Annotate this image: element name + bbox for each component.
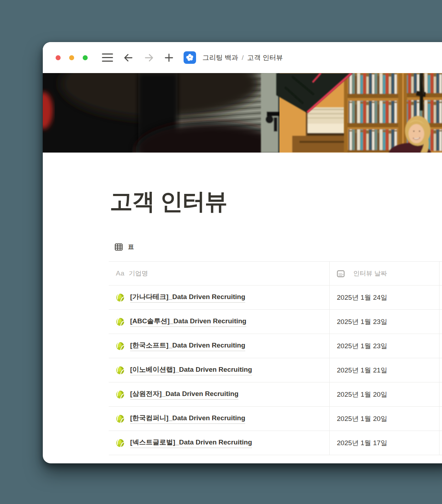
interview-date-cell[interactable]: 2025년 1월 20일 (330, 407, 440, 431)
interview-date-cell[interactable]: 2025년 1월 24일 (330, 286, 440, 309)
plus-icon (164, 53, 174, 62)
view-tab-table[interactable]: 표 (115, 243, 134, 251)
breadcrumb: 그리팅 백과 / 고객 인터뷰 (202, 53, 283, 62)
breadcrumb-current[interactable]: 고객 인터뷰 (247, 53, 283, 62)
cover-photo-illustration (43, 73, 442, 153)
table-header-row: Aa 기업명 인터뷰 날짜 (109, 262, 442, 286)
new-page-button[interactable] (164, 53, 174, 62)
table-row: [이노베이션랩]_Data Driven Recruiting 2025년 1월… (109, 358, 442, 382)
interview-date-value: 2025년 1월 20일 (337, 414, 387, 423)
column-header-label: 인터뷰 날짜 (353, 269, 387, 278)
interview-date-cell[interactable]: 2025년 1월 21일 (330, 358, 440, 382)
tennis-ball-icon (116, 390, 124, 399)
row-stub (440, 407, 442, 431)
tennis-ball-icon (116, 342, 124, 350)
text-property-icon: Aa (116, 269, 124, 277)
page-cover-image[interactable] (43, 73, 442, 153)
table-rows: [가나다테크]_Data Driven Recruiting 2025년 1월 … (109, 286, 442, 455)
row-stub (440, 382, 442, 406)
table-row: [삼원전자]_Data Driven Recruiting 2025년 1월 2… (109, 382, 442, 407)
view-tab-label: 표 (128, 243, 134, 251)
app-logo-icon (185, 53, 194, 62)
table-view-icon (115, 243, 123, 251)
tennis-ball-icon (116, 415, 124, 423)
forward-arrow-icon (144, 53, 154, 63)
interview-date-cell[interactable]: 2025년 1월 23일 (330, 334, 440, 358)
row-stub (440, 310, 442, 334)
company-cell[interactable]: [이노베이션랩]_Data Driven Recruiting (109, 358, 330, 382)
company-cell[interactable]: [한국컴퍼니]_Data Driven Recruiting (109, 407, 330, 431)
interview-date-cell[interactable]: 2025년 1월 17일 (330, 431, 440, 455)
interview-date-value: 2025년 1월 21일 (337, 366, 387, 375)
company-page-link[interactable]: [한국소프트]_Data Driven Recruiting (130, 341, 245, 351)
back-button[interactable] (123, 53, 134, 63)
close-button[interactable] (56, 55, 61, 60)
company-cell[interactable]: [ABC솔루션]_Data Driven Recruiting (109, 310, 330, 334)
workspace-logo[interactable] (184, 51, 196, 64)
company-cell[interactable]: [가나다테크]_Data Driven Recruiting (109, 286, 330, 309)
titlebar: 그리팅 백과 / 고객 인터뷰 (43, 42, 442, 73)
interview-date-cell[interactable]: 2025년 1월 23일 (330, 310, 440, 334)
table-row: [한국컴퍼니]_Data Driven Recruiting 2025년 1월 … (109, 407, 442, 431)
column-header-label: 기업명 (129, 269, 148, 278)
interview-date-cell[interactable]: 2025년 1월 20일 (330, 382, 440, 406)
company-page-link[interactable]: [ABC솔루션]_Data Driven Recruiting (130, 317, 246, 327)
interview-date-value: 2025년 1월 23일 (337, 317, 387, 326)
tennis-ball-icon (116, 366, 124, 375)
company-page-link[interactable]: [넥스트글로벌]_Data Driven Recruiting (130, 438, 252, 448)
company-page-link[interactable]: [한국컴퍼니]_Data Driven Recruiting (130, 413, 245, 424)
page-title: 고객 인터뷰 (110, 186, 227, 217)
tennis-ball-icon (116, 439, 124, 447)
breadcrumb-parent[interactable]: 그리팅 백과 (202, 53, 238, 62)
row-stub (440, 358, 442, 382)
company-page-link[interactable]: [이노베이션랩]_Data Driven Recruiting (130, 365, 252, 375)
interview-date-value: 2025년 1월 20일 (337, 390, 387, 399)
column-header-company[interactable]: Aa 기업명 (109, 262, 330, 285)
table-header-stub (440, 262, 442, 285)
zoom-button[interactable] (83, 55, 88, 60)
interview-date-value: 2025년 1월 23일 (337, 341, 387, 351)
company-cell[interactable]: [삼원전자]_Data Driven Recruiting (109, 382, 330, 406)
tennis-ball-icon (116, 293, 124, 302)
company-page-link[interactable]: [삼원전자]_Data Driven Recruiting (130, 389, 238, 400)
database-table: Aa 기업명 인터뷰 날짜 (109, 261, 442, 455)
company-cell[interactable]: [넥스트글로벌]_Data Driven Recruiting (109, 431, 330, 455)
back-arrow-icon (123, 53, 134, 63)
calendar-icon (337, 270, 345, 277)
row-stub (440, 286, 442, 309)
app-window: 그리팅 백과 / 고객 인터뷰 (43, 42, 442, 463)
company-page-link[interactable]: [가나다테크]_Data Driven Recruiting (130, 292, 245, 303)
table-row: [한국소프트]_Data Driven Recruiting 2025년 1월 … (109, 334, 442, 358)
row-stub (440, 431, 442, 455)
tennis-ball-icon (116, 318, 124, 326)
breadcrumb-separator: / (242, 54, 243, 62)
table-row: [가나다테크]_Data Driven Recruiting 2025년 1월 … (109, 286, 442, 310)
menu-icon[interactable] (102, 53, 113, 62)
table-row: [ABC솔루션]_Data Driven Recruiting 2025년 1월… (109, 310, 442, 334)
row-stub (440, 334, 442, 358)
interview-date-value: 2025년 1월 24일 (337, 293, 387, 302)
minimize-button[interactable] (69, 55, 74, 60)
table-row: [넥스트글로벌]_Data Driven Recruiting 2025년 1월… (109, 431, 442, 455)
column-header-date[interactable]: 인터뷰 날짜 (330, 262, 440, 285)
interview-date-value: 2025년 1월 17일 (337, 438, 387, 448)
company-cell[interactable]: [한국소프트]_Data Driven Recruiting (109, 334, 330, 358)
forward-button[interactable] (144, 53, 154, 63)
